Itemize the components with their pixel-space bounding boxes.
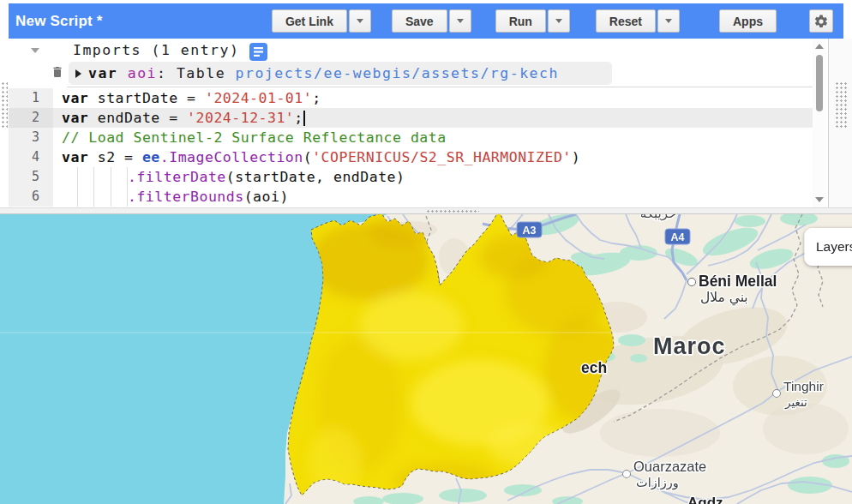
city-marker-beni-mellal	[688, 279, 695, 285]
city-label-ouarzazate-arabic: ورزازات	[636, 476, 679, 490]
chevron-down-icon	[457, 19, 464, 23]
code-editor[interactable]: 1 var startDate = '2024-01-01'; 2 var en…	[9, 88, 813, 207]
city-label-ouarzazate: Ouarzazate	[633, 459, 706, 474]
import-separator: :	[157, 65, 177, 81]
imports-header: Imports (1 entry)	[73, 41, 239, 60]
line-number: 4	[9, 147, 53, 167]
svg-text:A3: A3	[523, 225, 537, 237]
right-resize-handle[interactable]	[835, 81, 847, 128]
code-line-6: 6 .filterBounds(aoi)	[9, 187, 813, 207]
trash-icon	[51, 64, 64, 80]
gear-icon	[813, 14, 829, 29]
toolbar-right-corner	[843, 0, 852, 39]
delete-import-button[interactable]	[51, 64, 66, 81]
map[interactable]: A3 A4 خريبكة Béni Mellal بني ملال Maroc …	[0, 214, 852, 504]
collapse-imports-icon[interactable]	[31, 48, 39, 53]
city-label-marrakech-partial: ech	[581, 359, 607, 376]
import-asset-path: projects/ee-webgis/assets/rg-kech	[236, 65, 559, 81]
apps-button[interactable]: Apps	[719, 9, 777, 33]
city-label-beni-mellal: Béni Mellal	[699, 273, 777, 290]
run-button[interactable]: Run	[495, 9, 546, 33]
city-label-beni-mellal-arabic: بني ملال	[700, 290, 748, 306]
left-resize-handle[interactable]	[1, 81, 8, 129]
get-link-dropdown-button[interactable]	[349, 9, 371, 33]
chevron-down-icon	[357, 19, 363, 23]
reset-dropdown-button[interactable]	[657, 9, 680, 33]
svg-text:A4: A4	[671, 231, 685, 243]
editor-scrollbar[interactable]	[813, 39, 826, 207]
city-label-tinghir: Tinghir	[783, 379, 824, 393]
line-number: 5	[9, 167, 53, 187]
code-line-2-active: 2 var endDate = '2024-12-31';	[9, 108, 813, 128]
editor-map-divider	[0, 207, 852, 214]
right-panel-edge	[828, 39, 852, 207]
scrollbar-thumb[interactable]	[816, 55, 823, 111]
save-dropdown-button[interactable]	[449, 9, 471, 33]
settings-button[interactable]	[809, 9, 833, 33]
code-line-5: 5 .filterDate(startDate, endDate)	[9, 167, 813, 187]
city-label-khouribga-partial: خريبكة	[640, 214, 677, 221]
run-split-button: Run	[495, 9, 570, 33]
save-split-button: Save	[392, 9, 471, 33]
import-space	[117, 65, 127, 81]
imports-separator-line	[67, 87, 813, 87]
triangle-down-icon	[815, 197, 824, 202]
line-number: 2	[9, 108, 53, 128]
text-cursor	[303, 111, 305, 126]
script-title: New Script *	[15, 13, 103, 30]
chevron-down-icon	[665, 19, 672, 23]
layers-button[interactable]: Layers	[805, 228, 852, 266]
indent-guides	[62, 167, 128, 187]
line-number: 1	[9, 88, 53, 108]
city-marker-ouarzazate	[623, 471, 630, 477]
code-line-1: 1 var startDate = '2024-01-01';	[9, 88, 813, 108]
line-number: 3	[9, 128, 53, 147]
road-badge-a4: A4	[665, 229, 690, 244]
run-dropdown-button[interactable]	[548, 9, 570, 33]
scroll-up-button[interactable]	[813, 40, 826, 52]
city-label-tinghir-arabic: تنغير	[784, 395, 807, 410]
import-name: aoi	[128, 65, 157, 81]
reset-split-button: Reset	[596, 9, 680, 33]
expand-import-icon[interactable]	[75, 69, 81, 78]
chevron-down-icon	[555, 19, 562, 23]
line-number: 6	[9, 187, 53, 207]
code-line-3: 3 // Load Sentinel-2 Surface Reflectance…	[9, 128, 813, 147]
triangle-up-icon	[815, 44, 824, 49]
city-label-agdz-partial: Agdz	[687, 495, 723, 504]
code-line-4: 4 var s2 = ee.ImageCollection('COPERNICU…	[9, 147, 813, 167]
get-link-split-button: Get Link	[272, 9, 371, 33]
save-button[interactable]: Save	[392, 9, 447, 33]
road-badge-a3: A3	[517, 222, 542, 237]
get-link-button[interactable]: Get Link	[272, 9, 347, 33]
gee-code-editor-window: New Script * Get Link Save Run Reset App…	[0, 0, 852, 504]
import-entry-aoi[interactable]: var aoi: Table projects/ee-webgis/assets…	[69, 62, 612, 85]
toolbar: New Script * Get Link Save Run Reset App…	[9, 3, 843, 39]
reset-button[interactable]: Reset	[596, 9, 656, 33]
layers-button-label: Layers	[816, 239, 852, 254]
indent-guides	[62, 187, 128, 207]
import-type: Table	[177, 65, 236, 81]
city-marker-tinghir	[773, 390, 780, 397]
scroll-down-button[interactable]	[813, 194, 826, 206]
country-label-maroc: Maroc	[653, 333, 726, 359]
import-keyword: var	[88, 65, 117, 81]
horizontal-resize-handle[interactable]	[426, 209, 479, 213]
